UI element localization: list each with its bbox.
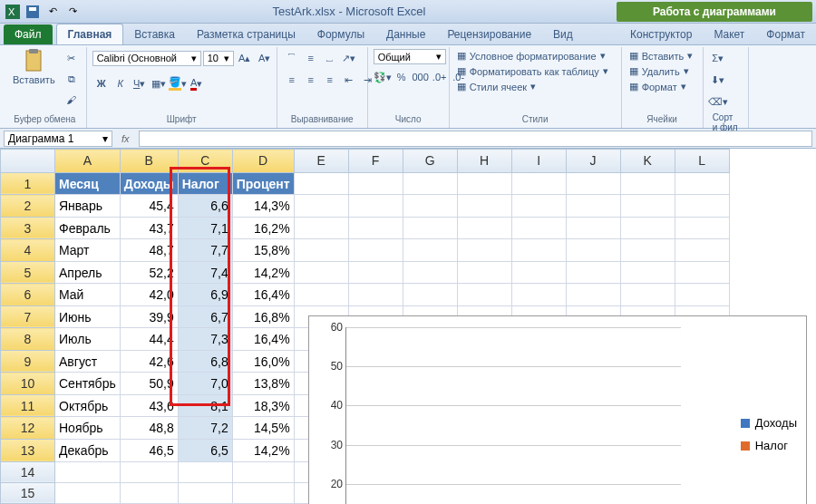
- align-center-icon[interactable]: ≡: [302, 71, 320, 89]
- undo-icon[interactable]: ↶: [44, 3, 62, 21]
- cell-I2[interactable]: [511, 195, 566, 218]
- cell-B8[interactable]: 44,4: [120, 328, 178, 351]
- redo-icon[interactable]: ↷: [63, 3, 82, 21]
- cell-A5[interactable]: Апрель: [55, 261, 121, 284]
- cell-A10[interactable]: Сентябрь: [55, 373, 121, 395]
- font-color-button[interactable]: A▾: [188, 74, 206, 92]
- cell-G1[interactable]: [403, 172, 457, 195]
- cell-G2[interactable]: [403, 195, 457, 218]
- cell-A12[interactable]: Ноябрь: [55, 417, 121, 440]
- row-header-9[interactable]: 9: [1, 350, 55, 373]
- cell-B3[interactable]: 43,7: [120, 217, 178, 239]
- cell-D10[interactable]: 13,8%: [232, 373, 294, 395]
- col-header-F[interactable]: F: [348, 150, 403, 173]
- align-top-icon[interactable]: ⎴: [283, 49, 301, 67]
- row-header-11[interactable]: 11: [1, 394, 55, 417]
- cell-K5[interactable]: [620, 261, 675, 284]
- cell-H5[interactable]: [457, 261, 511, 284]
- cell-F1[interactable]: [348, 172, 403, 195]
- cell-A11[interactable]: Октябрь: [55, 394, 121, 417]
- cell-C6[interactable]: 6,9: [178, 284, 232, 306]
- cell-B11[interactable]: 43,6: [120, 394, 178, 417]
- excel-icon[interactable]: X: [4, 3, 22, 21]
- paste-button[interactable]: Вставить: [9, 49, 59, 87]
- copy-icon[interactable]: ⧉: [63, 70, 81, 88]
- cell-I6[interactable]: [511, 284, 566, 306]
- cell-E3[interactable]: [294, 217, 348, 239]
- cell-B14[interactable]: [120, 461, 178, 482]
- cell-F5[interactable]: [348, 261, 403, 284]
- increase-decimal-icon[interactable]: .0+: [431, 68, 449, 86]
- cell-F3[interactable]: [348, 217, 403, 239]
- cell-K1[interactable]: [620, 172, 675, 195]
- col-header-K[interactable]: K: [620, 150, 675, 173]
- cell-C11[interactable]: 8,1: [178, 394, 232, 417]
- row-header-3[interactable]: 3: [1, 217, 55, 239]
- cell-D13[interactable]: 14,2%: [232, 439, 294, 461]
- cell-A3[interactable]: Февраль: [55, 217, 121, 239]
- cell-H1[interactable]: [457, 172, 511, 195]
- cell-F4[interactable]: [348, 239, 403, 262]
- cell-J3[interactable]: [566, 217, 620, 239]
- decrease-font-icon[interactable]: A▾: [256, 49, 274, 67]
- cell-L6[interactable]: [675, 284, 729, 306]
- cell-B4[interactable]: 48,7: [120, 239, 178, 262]
- row-header-2[interactable]: 2: [1, 195, 55, 218]
- cell-B7[interactable]: 39,9: [120, 305, 178, 328]
- cell-C2[interactable]: 6,6: [178, 195, 232, 218]
- cell-C7[interactable]: 6,7: [178, 305, 232, 328]
- cell-J5[interactable]: [566, 261, 620, 284]
- cell-C15[interactable]: [178, 482, 232, 503]
- col-header-J[interactable]: J: [566, 150, 620, 173]
- embedded-chart[interactable]: 0102030405060 ЯнварьФевральМартАпрельМай…: [308, 315, 807, 504]
- cell-I3[interactable]: [511, 217, 566, 239]
- col-header-B[interactable]: B: [120, 150, 178, 173]
- row-header-1[interactable]: 1: [1, 172, 55, 195]
- row-header-12[interactable]: 12: [1, 417, 55, 440]
- tab-review[interactable]: Рецензирование: [436, 24, 542, 44]
- row-header-5[interactable]: 5: [1, 261, 55, 284]
- col-header-L[interactable]: L: [675, 150, 729, 173]
- row-header-13[interactable]: 13: [1, 439, 55, 461]
- insert-cells-button[interactable]: ▦Вставить▾: [627, 49, 695, 63]
- formula-input[interactable]: [139, 131, 812, 147]
- cell-B5[interactable]: 52,2: [120, 261, 178, 284]
- cell-C8[interactable]: 7,3: [178, 328, 232, 351]
- tab-insert[interactable]: Вставка: [123, 24, 186, 44]
- cell-L5[interactable]: [675, 261, 729, 284]
- underline-button[interactable]: Ч▾: [131, 74, 149, 92]
- cell-C4[interactable]: 7,7: [178, 239, 232, 262]
- cell-B1[interactable]: Доходы: [120, 172, 178, 195]
- font-size-combo[interactable]: 10▾: [203, 51, 234, 66]
- cell-C9[interactable]: 6,8: [178, 350, 232, 373]
- cell-A7[interactable]: Июнь: [55, 305, 121, 328]
- tab-chart-design[interactable]: Конструктор: [619, 24, 703, 44]
- row-header-14[interactable]: 14: [1, 461, 55, 482]
- cell-A2[interactable]: Январь: [55, 195, 121, 218]
- cell-D15[interactable]: [232, 482, 294, 503]
- cell-D6[interactable]: 16,4%: [232, 284, 294, 306]
- tab-chart-layout[interactable]: Макет: [703, 24, 755, 44]
- cell-A4[interactable]: Март: [55, 239, 121, 262]
- row-header-15[interactable]: 15: [1, 482, 55, 503]
- cell-B15[interactable]: [120, 482, 178, 503]
- cell-D2[interactable]: 14,3%: [232, 195, 294, 218]
- cell-B6[interactable]: 42,0: [120, 284, 178, 306]
- cell-I4[interactable]: [511, 239, 566, 262]
- format-cells-button[interactable]: ▦Формат▾: [627, 80, 695, 93]
- cell-E1[interactable]: [294, 172, 348, 195]
- cell-C13[interactable]: 6,5: [178, 439, 232, 461]
- tab-file[interactable]: Файл: [4, 24, 53, 44]
- conditional-formatting-button[interactable]: ▦Условное форматирование▾: [455, 49, 610, 63]
- cell-B12[interactable]: 48,8: [120, 417, 178, 440]
- bold-button[interactable]: Ж: [92, 74, 111, 92]
- tab-page-layout[interactable]: Разметка страницы: [186, 24, 306, 44]
- fill-color-button[interactable]: 🪣▾: [169, 74, 187, 92]
- tab-home[interactable]: Главная: [56, 24, 124, 44]
- row-header-6[interactable]: 6: [1, 284, 55, 306]
- cell-G3[interactable]: [403, 217, 457, 239]
- cell-B10[interactable]: 50,9: [120, 373, 178, 395]
- cell-G4[interactable]: [403, 239, 457, 262]
- col-header-C[interactable]: C: [178, 150, 232, 173]
- cell-C3[interactable]: 7,1: [178, 217, 232, 239]
